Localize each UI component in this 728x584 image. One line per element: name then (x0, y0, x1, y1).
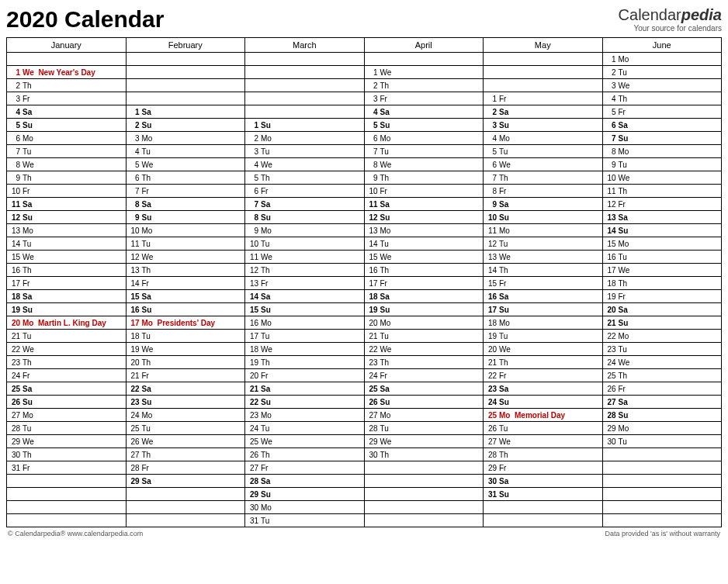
day-number: 10 (9, 187, 20, 195)
day-number: 4 (486, 134, 497, 143)
day-number: 24 (605, 358, 616, 367)
weekday-abbr: Fr (380, 279, 387, 288)
calendar-cell: 30Mo (245, 501, 365, 514)
day-number: 23 (129, 398, 140, 406)
weekday-abbr: Sa (380, 292, 390, 301)
day-number: 29 (129, 477, 140, 486)
calendar-cell: 5Fr (602, 105, 722, 119)
calendar-cell: 18Sa (364, 290, 484, 303)
day-number: 12 (248, 266, 258, 275)
weekday-abbr: We (261, 253, 272, 261)
day-number: 12 (486, 240, 497, 248)
calendar-cell: 29Sa (126, 475, 245, 488)
day-number: 23 (486, 385, 497, 393)
calendar-cell: 21Sa (245, 382, 365, 396)
day-number: 14 (486, 266, 497, 275)
calendar-cell: 26Th (245, 448, 365, 461)
day-number: 14 (129, 279, 140, 288)
weekday-abbr: Th (380, 174, 390, 182)
calendar-cell: 24Fr (364, 369, 484, 382)
calendar-cell: 6Mo (7, 132, 127, 145)
calendar-cell: 1Sa (126, 105, 245, 119)
weekday-abbr: Tu (619, 68, 627, 77)
day-number: 27 (605, 398, 616, 406)
day-number: 30 (486, 477, 497, 486)
day-number: 5 (248, 174, 258, 182)
day-number: 7 (248, 200, 258, 209)
weekday-abbr: Sa (261, 292, 270, 301)
calendar-cell: 12Tu (484, 237, 603, 251)
calendar-table: JanuaryFebruaryMarchAprilMayJune 1Mo1We … (6, 37, 722, 527)
weekday-abbr: Tu (142, 147, 151, 156)
day-number: 29 (9, 437, 20, 446)
calendar-cell: 9Tu (602, 158, 722, 171)
calendar-cell: 25Tu (126, 422, 245, 435)
holiday-name: Memorial Day (510, 411, 565, 420)
calendar-cell: 24Fr (7, 369, 127, 382)
day-number: 28 (129, 464, 140, 472)
day-number: 27 (367, 411, 378, 420)
calendar-row: 22We19We18We22We20We23Tu (7, 343, 722, 356)
calendar-cell: 30Tu (602, 435, 722, 448)
calendar-cell: 29Mo (602, 422, 722, 435)
calendar-cell: 31Fr (7, 461, 127, 475)
weekday-abbr: Fr (261, 187, 268, 195)
calendar-cell: 29Su (245, 488, 365, 501)
calendar-cell (602, 501, 722, 514)
calendar-row: 23Th20Th19Th23Th21Th24We (7, 356, 722, 369)
calendar-cell: 19Su (364, 303, 484, 316)
calendar-cell (245, 53, 365, 66)
calendar-cell: 4Mo (484, 132, 603, 145)
weekday-abbr: We (619, 81, 630, 90)
weekday-abbr: We (23, 68, 34, 77)
calendar-cell (364, 514, 484, 527)
calendar-cell: 15Sa (126, 290, 245, 303)
calendar-cell: 15Su (245, 303, 365, 316)
calendar-cell: 23Tu (602, 343, 722, 356)
calendar-cell: 12Th (245, 264, 365, 277)
day-number: 30 (367, 451, 378, 459)
calendar-cell: 9Su (126, 211, 245, 224)
calendar-cell: 11Sa (364, 198, 484, 211)
day-number: 6 (605, 121, 616, 130)
weekday-abbr: Sa (380, 385, 390, 393)
weekday-abbr: Fr (499, 279, 506, 288)
weekday-abbr: Sa (142, 108, 151, 116)
calendar-cell (7, 514, 127, 527)
calendar-cell: 29We (7, 435, 127, 448)
day-number: 29 (486, 464, 497, 472)
day-number: 10 (129, 226, 140, 235)
weekday-abbr: We (619, 358, 630, 367)
day-number: 24 (9, 371, 20, 380)
day-number: 12 (605, 200, 616, 209)
day-number: 26 (129, 437, 140, 446)
weekday-abbr: Th (261, 451, 270, 459)
weekday-abbr: Su (619, 319, 629, 327)
weekday-abbr: We (380, 345, 392, 354)
calendar-row: 17Fr14Fr13Fr17Fr15Fr18Th (7, 277, 722, 290)
calendar-cell: 13Mo (7, 224, 127, 237)
weekday-abbr: Su (619, 134, 629, 143)
month-header-row: JanuaryFebruaryMarchAprilMayJune (7, 38, 722, 53)
day-number: 11 (605, 187, 616, 195)
weekday-abbr: Mo (619, 332, 629, 340)
day-number: 5 (9, 121, 20, 130)
day-number: 7 (9, 147, 20, 156)
weekday-abbr: We (499, 161, 511, 169)
day-number: 25 (367, 385, 378, 393)
calendar-row: 13Mo10Mo9Mo13Mo11Mo14Su (7, 224, 722, 237)
calendar-cell: 27Fr (245, 461, 365, 475)
brand-name: Calendarpedia (619, 6, 722, 24)
day-number: 17 (605, 266, 616, 275)
calendar-cell: 11Sa (7, 198, 127, 211)
day-number: 2 (605, 68, 616, 77)
day-number: 17 (248, 332, 258, 340)
weekday-abbr: Su (499, 490, 509, 499)
calendar-cell: 28Sa (245, 475, 365, 488)
calendar-cell (7, 501, 127, 514)
calendar-cell: 13Sa (602, 211, 722, 224)
calendar-row: 31Fr28Fr27Fr29Fr (7, 461, 722, 475)
day-number: 16 (248, 319, 258, 327)
weekday-abbr: Su (142, 398, 152, 406)
day-number: 21 (9, 332, 20, 340)
